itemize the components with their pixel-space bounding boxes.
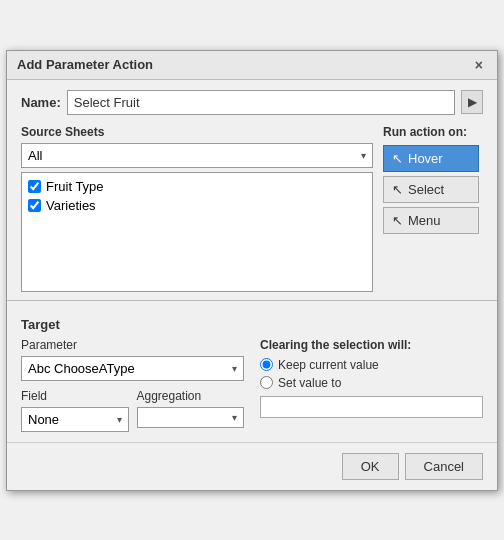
sheets-list: Fruit Type Varieties (21, 172, 373, 292)
name-row: Name: ▶ (21, 90, 483, 115)
name-input[interactable] (67, 90, 455, 115)
field-dropdown-arrow: ▾ (117, 414, 122, 425)
dialog-body: Name: ▶ Source Sheets All ▾ Fruit Type (7, 80, 497, 292)
select-button[interactable]: ↖ Select (383, 176, 479, 203)
target-section: Target Parameter Abc ChooseAType ▾ Field… (7, 309, 497, 442)
set-value-option: Set value to (260, 376, 483, 390)
varieties-label: Varieties (46, 198, 96, 213)
target-label: Target (21, 317, 483, 332)
select-icon: ↖ (392, 182, 403, 197)
run-action-section: Run action on: ↖ Hover ↖ Select ↖ Menu (383, 125, 483, 292)
top-section: Source Sheets All ▾ Fruit Type Varieties (21, 125, 483, 292)
menu-button[interactable]: ↖ Menu (383, 207, 479, 234)
parameter-value: Abc ChooseAType (28, 361, 135, 376)
hover-icon: ↖ (392, 151, 403, 166)
hover-label: Hover (408, 151, 443, 166)
dialog-title: Add Parameter Action (17, 57, 153, 72)
menu-icon: ↖ (392, 213, 403, 228)
keep-current-radio[interactable] (260, 358, 273, 371)
varieties-checkbox[interactable] (28, 199, 41, 212)
set-value-radio[interactable] (260, 376, 273, 389)
select-label: Select (408, 182, 444, 197)
parameter-dropdown-arrow: ▾ (232, 363, 237, 374)
target-right: Clearing the selection will: Keep curren… (260, 338, 483, 432)
title-bar: Add Parameter Action × (7, 51, 497, 80)
menu-label: Menu (408, 213, 441, 228)
run-action-label: Run action on: (383, 125, 467, 139)
field-dropdown[interactable]: None ▾ (21, 407, 129, 432)
source-sheets-label: Source Sheets (21, 125, 373, 139)
field-value: None (28, 412, 59, 427)
field-label: Field (21, 389, 129, 403)
fruit-type-label: Fruit Type (46, 179, 104, 194)
list-item: Varieties (28, 198, 366, 213)
clearing-label: Clearing the selection will: (260, 338, 483, 352)
ok-button[interactable]: OK (342, 453, 399, 480)
divider (7, 300, 497, 301)
fruit-type-checkbox[interactable] (28, 180, 41, 193)
target-left: Parameter Abc ChooseAType ▾ Field None ▾… (21, 338, 244, 432)
sheets-dropdown-arrow: ▾ (361, 150, 366, 161)
field-column: Field None ▾ (21, 389, 129, 432)
field-agg-row: Field None ▾ Aggregation ▾ (21, 389, 244, 432)
parameter-dropdown[interactable]: Abc ChooseAType ▾ (21, 356, 244, 381)
set-value-input[interactable] (260, 396, 483, 418)
aggregation-column: Aggregation ▾ (137, 389, 245, 432)
name-label: Name: (21, 95, 61, 110)
aggregation-label: Aggregation (137, 389, 245, 403)
parameter-label: Parameter (21, 338, 244, 352)
set-value-label: Set value to (278, 376, 341, 390)
target-content: Parameter Abc ChooseAType ▾ Field None ▾… (21, 338, 483, 432)
cancel-button[interactable]: Cancel (405, 453, 483, 480)
close-button[interactable]: × (471, 57, 487, 73)
aggregation-dropdown-arrow: ▾ (232, 412, 237, 423)
name-arrow-button[interactable]: ▶ (461, 90, 483, 114)
bottom-buttons: OK Cancel (7, 442, 497, 490)
add-parameter-action-dialog: Add Parameter Action × Name: ▶ Source Sh… (6, 50, 498, 491)
source-sheets-section: Source Sheets All ▾ Fruit Type Varieties (21, 125, 373, 292)
list-item: Fruit Type (28, 179, 366, 194)
keep-current-option: Keep current value (260, 358, 483, 372)
sheets-dropdown[interactable]: All ▾ (21, 143, 373, 168)
hover-button[interactable]: ↖ Hover (383, 145, 479, 172)
sheets-dropdown-value: All (28, 148, 42, 163)
keep-current-label: Keep current value (278, 358, 379, 372)
aggregation-dropdown[interactable]: ▾ (137, 407, 245, 428)
